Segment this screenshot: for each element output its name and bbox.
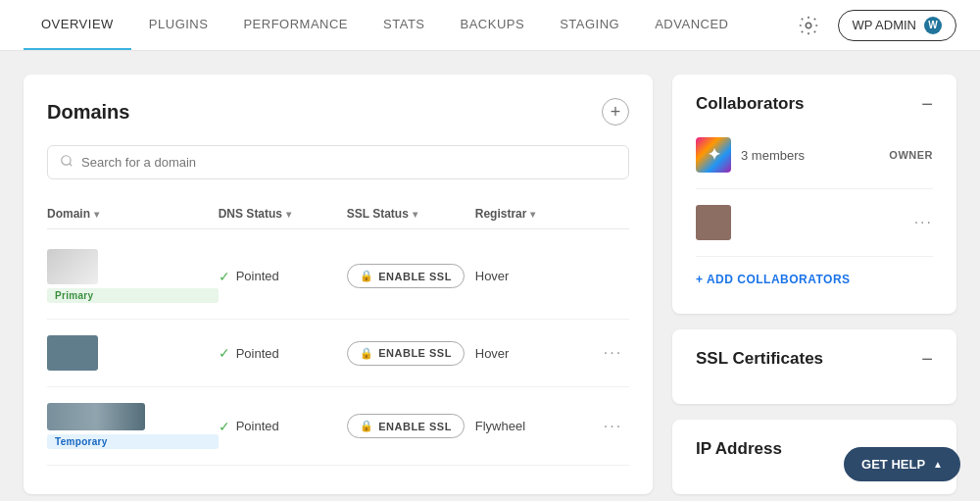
divider-2 (696, 256, 933, 257)
tab-advanced[interactable]: ADVANCED (637, 0, 746, 50)
enable-ssl-button-2[interactable]: 🔒 ENABLE SSL (347, 341, 465, 366)
enable-ssl-button-3[interactable]: 🔒 ENABLE SSL (347, 414, 465, 438)
search-icon (60, 154, 74, 171)
domains-table: Domain ▾ DNS Status ▾ SSL Status ▾ Regis… (47, 199, 629, 466)
table-row: Primary ✓ Pointed 🔒 ENABLE SSL Hover (47, 233, 629, 320)
table-header: Domain ▾ DNS Status ▾ SSL Status ▾ Regis… (47, 199, 629, 229)
ssl-label-3: ENABLE SSL (378, 421, 452, 432)
check-icon: ✓ (219, 345, 230, 361)
owner-badge: OWNER (889, 149, 933, 161)
get-help-label: GET HELP (861, 457, 925, 472)
enable-ssl-button-1[interactable]: 🔒 ENABLE SSL (347, 264, 465, 288)
lock-icon: 🔒 (360, 420, 374, 432)
svg-text:✦: ✦ (708, 146, 721, 163)
registrar-cell-1: Hover (475, 269, 604, 283)
member-count: 3 members (741, 148, 805, 163)
collaborator-more-button[interactable]: ··· (914, 214, 933, 231)
collaborator-row-1: ✦ 3 members OWNER (696, 129, 933, 180)
domain-cell-1: Primary (47, 249, 219, 303)
collapse-ssl-button[interactable]: − (921, 349, 933, 369)
dns-status-2: ✓ Pointed (219, 345, 347, 361)
main-content: Domains + Domain ▾ DNS Status (0, 51, 980, 501)
domain-thumbnail-1 (47, 249, 98, 284)
ip-title: IP Address (696, 439, 782, 459)
ssl-card: SSL Certificates − (672, 329, 956, 404)
lock-icon: 🔒 (360, 270, 374, 282)
dns-status-text-2: Pointed (236, 346, 279, 361)
right-panel: Collaborators − (672, 75, 956, 494)
tab-plugins[interactable]: PLUGINS (131, 0, 226, 50)
dns-status-1: ✓ Pointed (219, 269, 347, 284)
col-ssl: SSL Status ▾ (347, 207, 475, 221)
dns-status-text-1: Pointed (236, 269, 279, 283)
settings-button[interactable] (791, 8, 826, 43)
ssl-header: SSL Certificates − (696, 349, 933, 369)
domain-thumbnail-3 (47, 403, 145, 430)
domain-cell-3: Temporary (47, 403, 219, 449)
ssl-cell-1: 🔒 ENABLE SSL (347, 264, 475, 288)
table-row: Temporary ✓ Pointed 🔒 ENABLE SSL Flywhee… (47, 387, 629, 466)
collaborators-card: Collaborators − (672, 75, 956, 314)
collaborators-header: Collaborators − (696, 94, 933, 114)
lock-icon: 🔒 (360, 347, 374, 360)
more-options-button-3[interactable]: ··· (604, 418, 622, 435)
domain-thumbnail-2 (47, 335, 98, 371)
nav-right: WP ADMIN W (791, 8, 957, 43)
table-row: ✓ Pointed 🔒 ENABLE SSL Hover ··· (47, 320, 629, 387)
registrar-sort-icon: ▾ (530, 209, 535, 220)
col-registrar: Registrar ▾ (475, 207, 604, 221)
add-collab-label: + ADD COLLABORATORS (696, 273, 851, 286)
top-nav: OVERVIEW PLUGINS PERFORMANCE STATS BACKU… (0, 0, 980, 51)
dns-status-text-3: Pointed (236, 419, 279, 433)
domains-panel: Domains + Domain ▾ DNS Status (24, 75, 653, 494)
dns-status-3: ✓ Pointed (219, 419, 347, 434)
ssl-cell-3: 🔒 ENABLE SSL (347, 414, 475, 438)
ssl-label-2: ENABLE SSL (378, 347, 452, 359)
divider (696, 188, 933, 189)
svg-point-0 (806, 23, 811, 28)
collaborator-row-2: ··· (696, 197, 933, 248)
dns-sort-icon: ▾ (286, 209, 291, 220)
primary-badge: Primary (47, 288, 219, 303)
col-dns: DNS Status ▾ (219, 207, 347, 221)
tab-staging[interactable]: STAGING (542, 0, 637, 50)
wp-admin-button[interactable]: WP ADMIN W (838, 10, 957, 41)
domain-sort-icon: ▾ (94, 209, 99, 220)
gear-icon (798, 15, 819, 36)
tab-backups[interactable]: BACKUPS (443, 0, 543, 50)
tab-performance[interactable]: PERFORMANCE (225, 0, 366, 50)
collaborator-left-1: ✦ 3 members (696, 137, 805, 173)
search-input[interactable] (81, 155, 616, 170)
more-options-button-2[interactable]: ··· (604, 344, 622, 362)
temporary-badge: Temporary (47, 434, 219, 449)
wordpress-icon: W (924, 17, 942, 34)
avatar-starburst: ✦ (696, 137, 731, 173)
registrar-cell-3: Flywheel (475, 419, 604, 433)
get-help-button[interactable]: GET HELP ▲ (844, 447, 960, 481)
collaborator-left-2 (696, 205, 731, 240)
registrar-cell-2: Hover (475, 346, 604, 361)
domains-title: Domains (47, 101, 129, 124)
col-domain: Domain ▾ (47, 207, 219, 221)
ssl-label-1: ENABLE SSL (378, 271, 452, 282)
svg-point-1 (62, 156, 71, 165)
search-box (47, 145, 629, 179)
add-collaborators-button[interactable]: + ADD COLLABORATORS (696, 265, 851, 294)
ssl-sort-icon: ▾ (413, 209, 417, 220)
check-icon: ✓ (219, 269, 230, 284)
tab-stats[interactable]: STATS (366, 0, 442, 50)
ssl-cell-2: 🔒 ENABLE SSL (347, 341, 475, 366)
collapse-collaborators-button[interactable]: − (921, 94, 933, 114)
ssl-title: SSL Certificates (696, 349, 823, 369)
wp-admin-label: WP ADMIN (853, 18, 917, 32)
chevron-up-icon: ▲ (933, 459, 943, 470)
check-icon: ✓ (219, 419, 230, 434)
panel-header: Domains + (47, 98, 629, 125)
tab-overview[interactable]: OVERVIEW (24, 0, 131, 50)
collaborators-title: Collaborators (696, 94, 805, 114)
domain-cell-2 (47, 335, 219, 371)
avatar-brown (696, 205, 731, 240)
add-domain-button[interactable]: + (602, 98, 629, 125)
nav-tabs: OVERVIEW PLUGINS PERFORMANCE STATS BACKU… (24, 0, 746, 50)
